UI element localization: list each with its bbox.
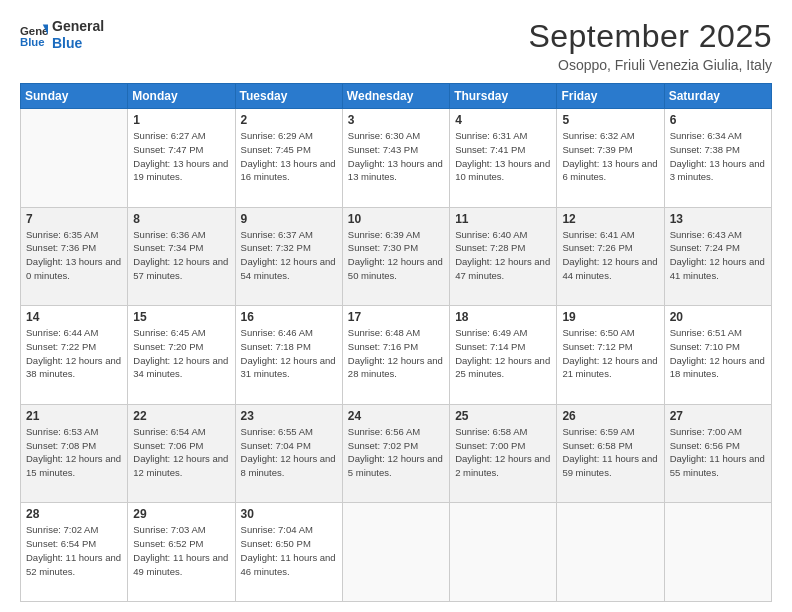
logo-general: General: [52, 18, 104, 35]
calendar-cell: [342, 503, 449, 602]
day-number: 16: [241, 310, 337, 324]
day-number: 2: [241, 113, 337, 127]
weekday-header-row: SundayMondayTuesdayWednesdayThursdayFrid…: [21, 84, 772, 109]
day-detail: Sunrise: 6:59 AMSunset: 6:58 PMDaylight:…: [562, 425, 658, 480]
calendar-week-4: 21Sunrise: 6:53 AMSunset: 7:08 PMDayligh…: [21, 404, 772, 503]
svg-text:Blue: Blue: [20, 35, 45, 47]
day-number: 23: [241, 409, 337, 423]
calendar-cell: 23Sunrise: 6:55 AMSunset: 7:04 PMDayligh…: [235, 404, 342, 503]
weekday-header-friday: Friday: [557, 84, 664, 109]
calendar-cell: 30Sunrise: 7:04 AMSunset: 6:50 PMDayligh…: [235, 503, 342, 602]
day-number: 21: [26, 409, 122, 423]
day-detail: Sunrise: 6:55 AMSunset: 7:04 PMDaylight:…: [241, 425, 337, 480]
calendar-cell: 27Sunrise: 7:00 AMSunset: 6:56 PMDayligh…: [664, 404, 771, 503]
day-detail: Sunrise: 6:34 AMSunset: 7:38 PMDaylight:…: [670, 129, 766, 184]
day-number: 10: [348, 212, 444, 226]
calendar-cell: 20Sunrise: 6:51 AMSunset: 7:10 PMDayligh…: [664, 306, 771, 405]
day-detail: Sunrise: 6:29 AMSunset: 7:45 PMDaylight:…: [241, 129, 337, 184]
logo-blue: Blue: [52, 35, 104, 52]
day-detail: Sunrise: 6:32 AMSunset: 7:39 PMDaylight:…: [562, 129, 658, 184]
day-detail: Sunrise: 6:56 AMSunset: 7:02 PMDaylight:…: [348, 425, 444, 480]
calendar-cell: 22Sunrise: 6:54 AMSunset: 7:06 PMDayligh…: [128, 404, 235, 503]
calendar-cell: 15Sunrise: 6:45 AMSunset: 7:20 PMDayligh…: [128, 306, 235, 405]
day-number: 12: [562, 212, 658, 226]
header: General Blue General Blue September 2025…: [20, 18, 772, 73]
calendar-week-5: 28Sunrise: 7:02 AMSunset: 6:54 PMDayligh…: [21, 503, 772, 602]
weekday-header-tuesday: Tuesday: [235, 84, 342, 109]
calendar-cell: 5Sunrise: 6:32 AMSunset: 7:39 PMDaylight…: [557, 109, 664, 208]
day-number: 30: [241, 507, 337, 521]
weekday-header-monday: Monday: [128, 84, 235, 109]
calendar-table: SundayMondayTuesdayWednesdayThursdayFrid…: [20, 83, 772, 602]
day-detail: Sunrise: 6:45 AMSunset: 7:20 PMDaylight:…: [133, 326, 229, 381]
day-number: 26: [562, 409, 658, 423]
calendar-cell: 9Sunrise: 6:37 AMSunset: 7:32 PMDaylight…: [235, 207, 342, 306]
month-title: September 2025: [528, 18, 772, 55]
day-number: 11: [455, 212, 551, 226]
page: General Blue General Blue September 2025…: [0, 0, 792, 612]
day-detail: Sunrise: 6:27 AMSunset: 7:47 PMDaylight:…: [133, 129, 229, 184]
day-detail: Sunrise: 6:46 AMSunset: 7:18 PMDaylight:…: [241, 326, 337, 381]
day-number: 17: [348, 310, 444, 324]
day-detail: Sunrise: 6:43 AMSunset: 7:24 PMDaylight:…: [670, 228, 766, 283]
calendar-cell: 17Sunrise: 6:48 AMSunset: 7:16 PMDayligh…: [342, 306, 449, 405]
calendar-cell: 6Sunrise: 6:34 AMSunset: 7:38 PMDaylight…: [664, 109, 771, 208]
calendar-cell: [450, 503, 557, 602]
day-detail: Sunrise: 6:48 AMSunset: 7:16 PMDaylight:…: [348, 326, 444, 381]
weekday-header-thursday: Thursday: [450, 84, 557, 109]
day-number: 1: [133, 113, 229, 127]
day-detail: Sunrise: 6:30 AMSunset: 7:43 PMDaylight:…: [348, 129, 444, 184]
day-number: 4: [455, 113, 551, 127]
day-detail: Sunrise: 7:02 AMSunset: 6:54 PMDaylight:…: [26, 523, 122, 578]
calendar-cell: 12Sunrise: 6:41 AMSunset: 7:26 PMDayligh…: [557, 207, 664, 306]
logo: General Blue General Blue: [20, 18, 104, 52]
calendar-cell: [557, 503, 664, 602]
location-title: Osoppo, Friuli Venezia Giulia, Italy: [528, 57, 772, 73]
day-detail: Sunrise: 6:37 AMSunset: 7:32 PMDaylight:…: [241, 228, 337, 283]
calendar-cell: 3Sunrise: 6:30 AMSunset: 7:43 PMDaylight…: [342, 109, 449, 208]
calendar-cell: 7Sunrise: 6:35 AMSunset: 7:36 PMDaylight…: [21, 207, 128, 306]
day-number: 8: [133, 212, 229, 226]
day-number: 7: [26, 212, 122, 226]
day-detail: Sunrise: 6:36 AMSunset: 7:34 PMDaylight:…: [133, 228, 229, 283]
day-number: 27: [670, 409, 766, 423]
day-detail: Sunrise: 6:51 AMSunset: 7:10 PMDaylight:…: [670, 326, 766, 381]
calendar-cell: 19Sunrise: 6:50 AMSunset: 7:12 PMDayligh…: [557, 306, 664, 405]
day-number: 18: [455, 310, 551, 324]
day-detail: Sunrise: 6:53 AMSunset: 7:08 PMDaylight:…: [26, 425, 122, 480]
day-number: 6: [670, 113, 766, 127]
calendar-cell: 16Sunrise: 6:46 AMSunset: 7:18 PMDayligh…: [235, 306, 342, 405]
day-detail: Sunrise: 6:58 AMSunset: 7:00 PMDaylight:…: [455, 425, 551, 480]
day-number: 20: [670, 310, 766, 324]
day-detail: Sunrise: 7:04 AMSunset: 6:50 PMDaylight:…: [241, 523, 337, 578]
day-detail: Sunrise: 6:49 AMSunset: 7:14 PMDaylight:…: [455, 326, 551, 381]
calendar-cell: 25Sunrise: 6:58 AMSunset: 7:00 PMDayligh…: [450, 404, 557, 503]
calendar-cell: 18Sunrise: 6:49 AMSunset: 7:14 PMDayligh…: [450, 306, 557, 405]
day-number: 22: [133, 409, 229, 423]
calendar-cell: 4Sunrise: 6:31 AMSunset: 7:41 PMDaylight…: [450, 109, 557, 208]
calendar-cell: 24Sunrise: 6:56 AMSunset: 7:02 PMDayligh…: [342, 404, 449, 503]
calendar-cell: 8Sunrise: 6:36 AMSunset: 7:34 PMDaylight…: [128, 207, 235, 306]
day-number: 14: [26, 310, 122, 324]
calendar-cell: 29Sunrise: 7:03 AMSunset: 6:52 PMDayligh…: [128, 503, 235, 602]
calendar-cell: 10Sunrise: 6:39 AMSunset: 7:30 PMDayligh…: [342, 207, 449, 306]
day-detail: Sunrise: 6:39 AMSunset: 7:30 PMDaylight:…: [348, 228, 444, 283]
day-number: 29: [133, 507, 229, 521]
day-number: 24: [348, 409, 444, 423]
day-detail: Sunrise: 7:03 AMSunset: 6:52 PMDaylight:…: [133, 523, 229, 578]
day-number: 28: [26, 507, 122, 521]
calendar-week-1: 1Sunrise: 6:27 AMSunset: 7:47 PMDaylight…: [21, 109, 772, 208]
day-detail: Sunrise: 6:44 AMSunset: 7:22 PMDaylight:…: [26, 326, 122, 381]
calendar-cell: 28Sunrise: 7:02 AMSunset: 6:54 PMDayligh…: [21, 503, 128, 602]
calendar-cell: 26Sunrise: 6:59 AMSunset: 6:58 PMDayligh…: [557, 404, 664, 503]
calendar-cell: 2Sunrise: 6:29 AMSunset: 7:45 PMDaylight…: [235, 109, 342, 208]
day-number: 15: [133, 310, 229, 324]
weekday-header-sunday: Sunday: [21, 84, 128, 109]
day-number: 13: [670, 212, 766, 226]
day-detail: Sunrise: 7:00 AMSunset: 6:56 PMDaylight:…: [670, 425, 766, 480]
weekday-header-wednesday: Wednesday: [342, 84, 449, 109]
title-block: September 2025 Osoppo, Friuli Venezia Gi…: [528, 18, 772, 73]
calendar-cell: [664, 503, 771, 602]
calendar-week-2: 7Sunrise: 6:35 AMSunset: 7:36 PMDaylight…: [21, 207, 772, 306]
day-detail: Sunrise: 6:41 AMSunset: 7:26 PMDaylight:…: [562, 228, 658, 283]
